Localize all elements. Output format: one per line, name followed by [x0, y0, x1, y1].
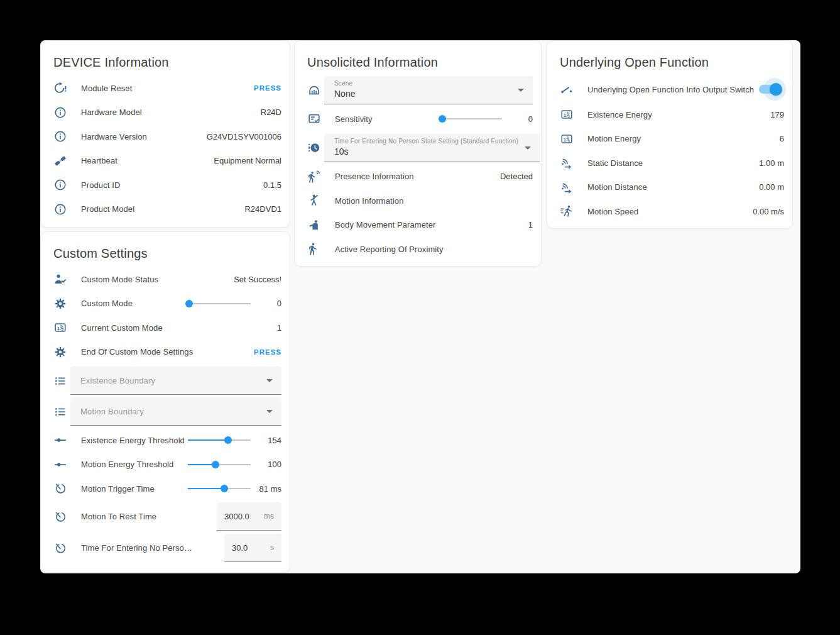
- slider-handle-icon: [53, 433, 67, 447]
- info-icon: [53, 178, 67, 192]
- row-label: Active Reporting Of Proximity: [335, 245, 444, 254]
- row-label: Existence Energy Threshold: [81, 436, 185, 445]
- list-icon: [53, 374, 67, 388]
- row-label: Sensitivity: [335, 114, 373, 124]
- sensitivity-slider[interactable]: [439, 114, 502, 123]
- field-value: 10s: [334, 146, 518, 157]
- numeric-icon: [560, 108, 574, 121]
- numeric-icon: [560, 132, 574, 146]
- row-value: R24D: [261, 108, 281, 117]
- field-label: Motion Boundary: [80, 407, 144, 416]
- stadium-icon: [307, 84, 321, 97]
- chevron-down-icon: [266, 379, 273, 382]
- row-value: 6: [780, 134, 784, 143]
- row-label: Motion Energy: [587, 134, 641, 143]
- row-label: Existence Energy: [587, 110, 652, 119]
- motion-to-rest-time-input[interactable]: 3000.0 ms: [217, 502, 281, 531]
- row-value: Detected: [500, 172, 533, 181]
- slider-track[interactable]: [439, 118, 502, 119]
- slider-value: 0: [504, 114, 533, 124]
- row-scene: Scene None: [303, 76, 533, 104]
- row-value: 0.00 m: [759, 182, 784, 192]
- row-presence-information: Presence Information Detected: [303, 165, 533, 189]
- custom-mode-slider[interactable]: [188, 299, 251, 308]
- slider-thumb[interactable]: [224, 436, 232, 444]
- time-entering-no-person-input[interactable]: 30.0 s: [224, 534, 281, 562]
- row-label: Module Reset: [81, 84, 132, 93]
- timer-icon: [53, 541, 67, 555]
- person-check-icon: [53, 272, 67, 286]
- row-label: Motion Speed: [587, 207, 638, 216]
- list-icon: [53, 405, 67, 419]
- time-setting-dropdown[interactable]: Time For Entering No Person State Settin…: [324, 134, 540, 162]
- row-existence-energy-threshold: Existence Energy Threshold 154: [49, 428, 281, 453]
- row-time-entering-no-person: Time For Entering No Perso… 30.0 s: [49, 533, 281, 564]
- row-active-reporting: Active Reporting Of Proximity: [303, 237, 533, 262]
- chevron-down-icon: [518, 89, 524, 92]
- row-value: 1: [277, 323, 281, 333]
- slider-thumb[interactable]: [439, 115, 446, 123]
- unsolicited-information-card: Unsolicited Information Scene None Sensi…: [294, 40, 542, 267]
- input-unit: s: [270, 543, 274, 552]
- row-motion-to-rest-time: Motion To Rest Time 3000.0 ms: [49, 501, 281, 533]
- field-label: Existence Boundary: [80, 376, 155, 385]
- slider-track[interactable]: [188, 303, 251, 304]
- row-motion-energy: Motion Energy 6: [555, 127, 784, 152]
- row-label: Custom Mode Status: [81, 275, 158, 284]
- field-value: None: [334, 89, 511, 99]
- row-value: 0.00 m/s: [753, 207, 784, 216]
- row-label: Time For Entering No Perso…: [81, 543, 192, 553]
- row-label: Hardware Model: [81, 108, 142, 117]
- timer-icon: [53, 482, 67, 495]
- row-body-movement: Body Movement Parameter 1: [303, 213, 533, 238]
- card-title: Unsolicited Information: [307, 55, 528, 70]
- row-label: Custom Mode: [81, 299, 133, 308]
- press-button[interactable]: PRESS: [254, 348, 281, 356]
- card-title: DEVICE Information: [53, 55, 277, 70]
- row-label: Motion Energy Threshold: [81, 460, 173, 469]
- row-motion-boundary: Motion Boundary: [49, 397, 281, 426]
- slider-thumb[interactable]: [212, 461, 219, 468]
- input-value[interactable]: 3000.0: [224, 512, 249, 521]
- row-product-model: Product Model R24DVD1: [49, 197, 281, 222]
- row-label: Heartbeat: [81, 156, 117, 165]
- card-title: Underlying Open Function: [560, 55, 780, 70]
- row-value: Set Success!: [234, 275, 281, 284]
- row-label: Current Custom Mode: [81, 323, 163, 333]
- input-value[interactable]: 30.0: [232, 543, 248, 553]
- scene-dropdown[interactable]: Scene None: [324, 76, 533, 104]
- row-motion-energy-threshold: Motion Energy Threshold 100: [49, 453, 281, 477]
- existence-energy-threshold-slider[interactable]: [188, 436, 251, 444]
- row-module-reset: Module Reset PRESS: [49, 76, 281, 101]
- slider-thumb[interactable]: [185, 300, 193, 307]
- device-information-card: DEVICE Information Module Reset PRESS Ha…: [40, 40, 290, 228]
- row-sensitivity: Sensitivity 0: [303, 107, 533, 131]
- row-current-custom-mode: Current Custom Mode 1: [49, 316, 281, 340]
- row-label: Hardware Version: [81, 132, 147, 141]
- row-motion-trigger-time: Motion Trigger Time 81 ms: [49, 477, 281, 501]
- row-label: End Of Custom Mode Settings: [81, 347, 193, 356]
- row-label: Motion Distance: [587, 182, 647, 192]
- slider-thumb[interactable]: [221, 485, 228, 492]
- motion-boundary-dropdown[interactable]: Motion Boundary: [70, 397, 281, 426]
- plug-icon: [53, 154, 67, 168]
- row-product-id: Product ID 0.1.5: [49, 173, 281, 197]
- motion-trigger-time-slider[interactable]: [188, 484, 251, 493]
- running-speed-icon: [560, 204, 574, 218]
- row-label: Static Distance: [587, 158, 643, 168]
- row-label: Motion Information: [335, 196, 403, 206]
- radar-signal-icon: [560, 180, 574, 194]
- slider-value: 0: [253, 299, 281, 308]
- press-button[interactable]: PRESS: [254, 84, 281, 92]
- proximity-walk-icon: [307, 242, 321, 256]
- row-custom-mode-status: Custom Mode Status Set Success!: [49, 267, 281, 292]
- timer-icon: [53, 510, 67, 524]
- chevron-down-icon: [525, 146, 531, 150]
- row-value: 179: [770, 110, 784, 119]
- motion-energy-threshold-slider[interactable]: [188, 460, 251, 469]
- existence-boundary-dropdown[interactable]: Existence Boundary: [70, 367, 281, 395]
- body-movement-icon: [307, 218, 321, 232]
- output-switch-toggle[interactable]: [754, 77, 784, 102]
- app-viewport: DEVICE Information Module Reset PRESS Ha…: [0, 0, 840, 635]
- motion-person-icon: [307, 194, 321, 207]
